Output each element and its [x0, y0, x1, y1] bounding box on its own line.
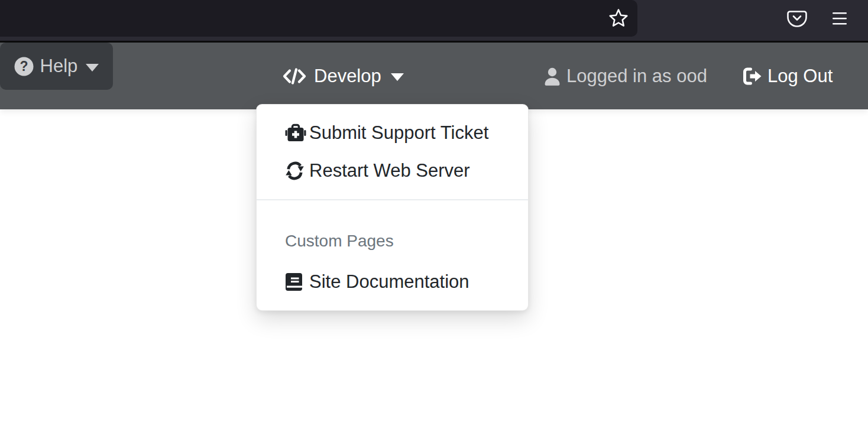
- browser-toolbar: [0, 0, 868, 43]
- svg-text:?: ?: [20, 59, 28, 74]
- help-label: Help: [40, 56, 78, 77]
- logged-in-label: Logged in as ood: [566, 66, 707, 87]
- question-circle-icon: ?: [14, 57, 34, 76]
- menu-item-site-documentation[interactable]: Site Documentation: [257, 263, 528, 301]
- develop-menu-toggle[interactable]: Develop: [283, 43, 404, 109]
- chevron-down-icon: [391, 73, 404, 81]
- address-bar[interactable]: [0, 0, 637, 37]
- help-menu-toggle[interactable]: ? Help: [0, 43, 113, 90]
- logout-button[interactable]: Log Out: [742, 43, 833, 109]
- develop-label: Develop: [314, 66, 381, 87]
- menu-item-label: Site Documentation: [309, 271, 469, 293]
- user-icon: [543, 67, 562, 86]
- bookmark-star-icon[interactable]: [608, 8, 629, 28]
- pocket-icon[interactable]: [787, 9, 807, 28]
- screen: Develop ? Help Logged in as ood: [0, 0, 868, 448]
- menu-item-label: Submit Support Ticket: [309, 122, 488, 144]
- sign-out-icon: [742, 67, 762, 86]
- menu-item-submit-support-ticket[interactable]: Submit Support Ticket: [257, 114, 528, 152]
- menu-section-header: Custom Pages: [257, 210, 528, 263]
- logged-in-status: Logged in as ood: [543, 43, 707, 109]
- menu-divider: [257, 199, 528, 200]
- book-icon: [285, 272, 306, 291]
- help-dropdown-menu: Submit Support Ticket Restart Web Server…: [256, 104, 529, 311]
- menu-icon[interactable]: [833, 11, 847, 27]
- code-icon: [283, 68, 306, 85]
- medkit-icon: [285, 124, 306, 142]
- chevron-down-icon: [86, 64, 99, 72]
- logout-label: Log Out: [767, 66, 833, 87]
- app-navbar: Develop ? Help Logged in as ood: [0, 43, 868, 109]
- menu-item-restart-web-server[interactable]: Restart Web Server: [257, 152, 528, 190]
- menu-item-label: Restart Web Server: [309, 160, 470, 181]
- sync-icon: [285, 161, 306, 180]
